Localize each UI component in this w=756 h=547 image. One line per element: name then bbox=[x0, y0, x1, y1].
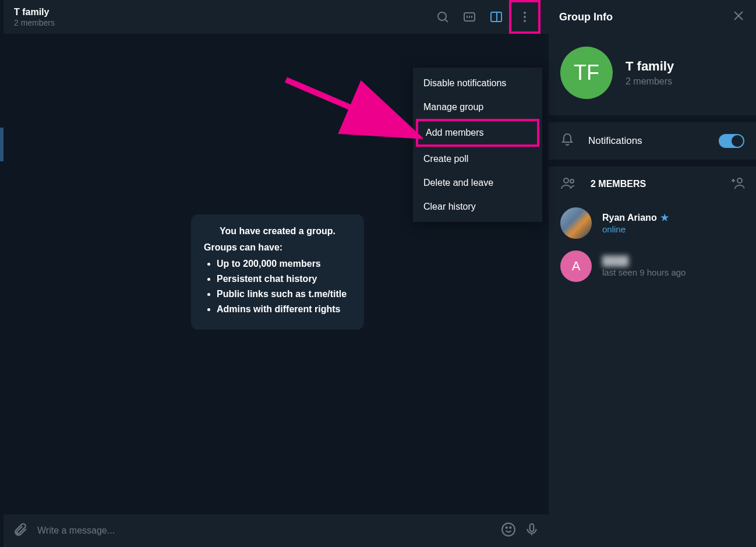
group-intro-card: You have created a group. Groups can hav… bbox=[191, 214, 364, 330]
more-options-icon[interactable] bbox=[513, 5, 536, 29]
admin-star-icon: ★ bbox=[660, 212, 669, 223]
menu-add-members[interactable]: Add members bbox=[416, 119, 539, 147]
notifications-row[interactable]: Notifications bbox=[549, 122, 756, 160]
chat-header: T family 2 members bbox=[3, 0, 549, 34]
svg-point-7 bbox=[524, 20, 526, 22]
svg-line-1 bbox=[446, 20, 448, 23]
hint-bullet: Up to 200,000 members bbox=[217, 256, 351, 271]
member-avatar bbox=[560, 207, 592, 239]
svg-point-11 bbox=[506, 527, 507, 528]
members-icon bbox=[560, 176, 577, 192]
menu-delete-leave[interactable]: Delete and leave bbox=[413, 171, 542, 195]
menu-create-poll[interactable]: Create poll bbox=[413, 147, 542, 171]
close-icon[interactable] bbox=[732, 9, 746, 25]
notifications-toggle[interactable] bbox=[719, 134, 744, 148]
more-options-dropdown: Disable notifications Manage group Add m… bbox=[413, 68, 542, 222]
search-icon[interactable] bbox=[431, 5, 454, 29]
message-composer bbox=[3, 514, 549, 547]
hint-bullet: Public links such as t.me/title bbox=[217, 287, 351, 302]
svg-point-20 bbox=[737, 178, 742, 183]
member-row[interactable]: A ████ last seen 9 hours ago bbox=[549, 245, 756, 288]
svg-point-5 bbox=[524, 12, 526, 14]
hint-bullet: Persistent chat history bbox=[217, 271, 351, 287]
svg-point-12 bbox=[510, 527, 511, 528]
panel-header: Group Info bbox=[549, 0, 756, 34]
member-status: online bbox=[602, 224, 669, 234]
group-member-count: 2 members bbox=[626, 76, 674, 87]
menu-clear-history[interactable]: Clear history bbox=[413, 195, 542, 218]
hint-bullet: Admins with different rights bbox=[217, 302, 351, 317]
group-avatar: TF bbox=[560, 47, 613, 99]
annotation-highlight-more bbox=[509, 0, 540, 34]
hint-title: You have created a group. bbox=[204, 226, 351, 237]
member-name-redacted: ████ bbox=[602, 256, 686, 266]
emoji-icon[interactable] bbox=[501, 522, 516, 539]
svg-point-17 bbox=[570, 179, 574, 183]
message-input[interactable] bbox=[36, 525, 493, 537]
microphone-icon[interactable] bbox=[524, 522, 539, 539]
chat-body: You have created a group. Groups can hav… bbox=[3, 34, 549, 514]
members-count-label: 2 MEMBERS bbox=[591, 179, 714, 189]
svg-point-16 bbox=[564, 178, 568, 183]
video-chat-icon[interactable] bbox=[458, 5, 481, 29]
hint-subtitle: Groups can have: bbox=[204, 242, 351, 253]
member-avatar: A bbox=[560, 250, 592, 282]
svg-point-0 bbox=[438, 12, 446, 20]
chat-title-area[interactable]: T family 2 members bbox=[12, 7, 429, 27]
group-info-panel: Group Info TF T family 2 members Notific… bbox=[549, 0, 756, 547]
chat-name: T family bbox=[14, 7, 429, 17]
notifications-label: Notifications bbox=[588, 135, 705, 147]
attach-icon[interactable] bbox=[13, 522, 28, 539]
annotation-arrow-icon bbox=[283, 77, 423, 153]
member-row[interactable]: Ryan Ariano★ online bbox=[549, 202, 756, 245]
svg-rect-13 bbox=[530, 524, 534, 531]
group-name: T family bbox=[626, 59, 674, 74]
member-status: last seen 9 hours ago bbox=[602, 267, 686, 277]
panel-title: Group Info bbox=[559, 11, 613, 23]
svg-line-9 bbox=[286, 80, 408, 132]
svg-point-6 bbox=[524, 16, 526, 18]
chat-subtitle: 2 members bbox=[14, 18, 429, 27]
members-section: 2 MEMBERS Ryan Ariano★ online A ████ las… bbox=[549, 167, 756, 547]
menu-manage-group[interactable]: Manage group bbox=[413, 95, 542, 119]
sidepanel-toggle-icon[interactable] bbox=[485, 5, 508, 29]
bell-icon bbox=[560, 133, 574, 149]
add-member-icon[interactable] bbox=[728, 176, 744, 192]
menu-disable-notifications[interactable]: Disable notifications bbox=[413, 71, 542, 95]
member-name: Ryan Ariano★ bbox=[602, 212, 669, 223]
svg-point-10 bbox=[502, 523, 515, 536]
group-profile[interactable]: TF T family 2 members bbox=[549, 34, 756, 115]
